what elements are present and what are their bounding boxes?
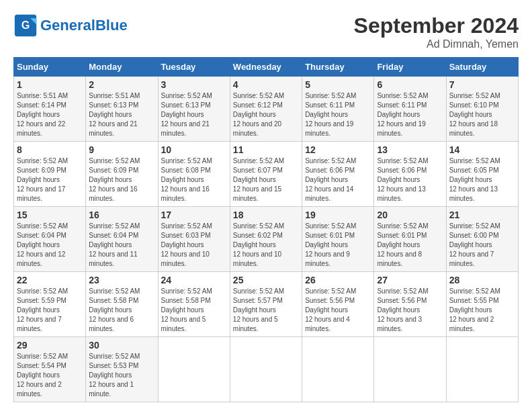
logo-icon: G: [13, 13, 38, 38]
day-info: Sunrise: 5:52 AM Sunset: 5:58 PM Dayligh…: [89, 287, 154, 334]
day-number: 21: [449, 210, 515, 220]
day-info: Sunrise: 5:52 AM Sunset: 5:55 PM Dayligh…: [449, 287, 515, 334]
day-number: 9: [89, 144, 154, 155]
calendar-row: 1 Sunrise: 5:51 AM Sunset: 6:14 PM Dayli…: [14, 77, 519, 142]
day-number: 16: [89, 210, 154, 220]
calendar-cell: 3 Sunrise: 5:52 AM Sunset: 6:13 PM Dayli…: [158, 77, 230, 142]
day-info: Sunrise: 5:52 AM Sunset: 6:01 PM Dayligh…: [377, 222, 443, 269]
calendar-cell: 27 Sunrise: 5:52 AM Sunset: 5:56 PM Dayl…: [374, 272, 446, 337]
day-info: Sunrise: 5:52 AM Sunset: 6:06 PM Dayligh…: [305, 156, 371, 203]
day-info: Sunrise: 5:52 AM Sunset: 6:06 PM Dayligh…: [377, 156, 443, 203]
day-number: 10: [161, 144, 227, 155]
calendar-cell: 8 Sunrise: 5:52 AM Sunset: 6:09 PM Dayli…: [14, 142, 86, 207]
location: Ad Dimnah, Yemen: [354, 38, 519, 50]
day-number: 20: [377, 210, 443, 220]
day-info: Sunrise: 5:52 AM Sunset: 6:00 PM Dayligh…: [449, 222, 515, 269]
day-info: Sunrise: 5:52 AM Sunset: 5:56 PM Dayligh…: [305, 287, 371, 334]
day-number: 28: [449, 275, 515, 285]
day-number: 12: [305, 144, 371, 155]
day-number: 1: [17, 79, 83, 90]
calendar-cell: [302, 337, 374, 402]
day-number: 13: [377, 144, 443, 155]
calendar-cell: 7 Sunrise: 5:52 AM Sunset: 6:10 PM Dayli…: [446, 77, 518, 142]
day-info: Sunrise: 5:52 AM Sunset: 6:04 PM Dayligh…: [17, 222, 83, 269]
calendar-row: 8 Sunrise: 5:52 AM Sunset: 6:09 PM Dayli…: [14, 142, 519, 207]
day-number: 6: [377, 79, 443, 90]
calendar-cell: 28 Sunrise: 5:52 AM Sunset: 5:55 PM Dayl…: [446, 272, 518, 337]
day-number: 17: [161, 210, 227, 220]
day-info: Sunrise: 5:52 AM Sunset: 6:11 PM Dayligh…: [305, 91, 371, 138]
header-thursday: Thursday: [302, 58, 374, 77]
day-number: 22: [17, 275, 83, 285]
calendar-cell: 26 Sunrise: 5:52 AM Sunset: 5:56 PM Dayl…: [302, 272, 374, 337]
day-info: Sunrise: 5:52 AM Sunset: 6:03 PM Dayligh…: [161, 222, 227, 269]
calendar-cell: [230, 337, 302, 402]
calendar-row: 22 Sunrise: 5:52 AM Sunset: 5:59 PM Dayl…: [14, 272, 519, 337]
svg-text:G: G: [21, 19, 30, 31]
calendar-cell: 5 Sunrise: 5:52 AM Sunset: 6:11 PM Dayli…: [302, 77, 374, 142]
calendar-cell: 23 Sunrise: 5:52 AM Sunset: 5:58 PM Dayl…: [86, 272, 158, 337]
day-number: 7: [449, 79, 515, 90]
calendar-cell: 15 Sunrise: 5:52 AM Sunset: 6:04 PM Dayl…: [14, 207, 86, 272]
day-info: Sunrise: 5:52 AM Sunset: 6:13 PM Dayligh…: [161, 91, 227, 138]
day-info: Sunrise: 5:52 AM Sunset: 6:09 PM Dayligh…: [17, 156, 83, 203]
calendar-table: Sunday Monday Tuesday Wednesday Thursday…: [13, 57, 519, 402]
day-info: Sunrise: 5:52 AM Sunset: 6:11 PM Dayligh…: [377, 91, 443, 138]
header-sunday: Sunday: [14, 58, 86, 77]
calendar-cell: 24 Sunrise: 5:52 AM Sunset: 5:58 PM Dayl…: [158, 272, 230, 337]
day-info: Sunrise: 5:51 AM Sunset: 6:13 PM Dayligh…: [89, 91, 154, 138]
day-info: Sunrise: 5:52 AM Sunset: 6:01 PM Dayligh…: [305, 222, 371, 269]
day-info: Sunrise: 5:52 AM Sunset: 5:54 PM Dayligh…: [17, 352, 83, 399]
calendar-cell: 10 Sunrise: 5:52 AM Sunset: 6:08 PM Dayl…: [158, 142, 230, 207]
calendar-cell: 13 Sunrise: 5:52 AM Sunset: 6:06 PM Dayl…: [374, 142, 446, 207]
day-info: Sunrise: 5:52 AM Sunset: 6:02 PM Dayligh…: [233, 222, 299, 269]
day-number: 25: [233, 275, 299, 285]
day-number: 5: [305, 79, 371, 90]
calendar-cell: 17 Sunrise: 5:52 AM Sunset: 6:03 PM Dayl…: [158, 207, 230, 272]
title-block: September 2024 Ad Dimnah, Yemen: [354, 13, 519, 50]
day-number: 19: [305, 210, 371, 220]
day-info: Sunrise: 5:52 AM Sunset: 6:10 PM Dayligh…: [449, 91, 515, 138]
day-number: 2: [89, 79, 154, 90]
day-info: Sunrise: 5:52 AM Sunset: 6:05 PM Dayligh…: [449, 156, 515, 203]
calendar-cell: 19 Sunrise: 5:52 AM Sunset: 6:01 PM Dayl…: [302, 207, 374, 272]
header-wednesday: Wednesday: [230, 58, 302, 77]
calendar-cell: 1 Sunrise: 5:51 AM Sunset: 6:14 PM Dayli…: [14, 77, 86, 142]
calendar-cell: 21 Sunrise: 5:52 AM Sunset: 6:00 PM Dayl…: [446, 207, 518, 272]
calendar-row: 29 Sunrise: 5:52 AM Sunset: 5:54 PM Dayl…: [14, 337, 519, 402]
day-info: Sunrise: 5:52 AM Sunset: 5:58 PM Dayligh…: [161, 287, 227, 334]
calendar-cell: 14 Sunrise: 5:52 AM Sunset: 6:05 PM Dayl…: [446, 142, 518, 207]
day-number: 15: [17, 210, 83, 220]
day-number: 14: [449, 144, 515, 155]
calendar-cell: [158, 337, 230, 402]
day-number: 18: [233, 210, 299, 220]
calendar-cell: 12 Sunrise: 5:52 AM Sunset: 6:06 PM Dayl…: [302, 142, 374, 207]
day-number: 3: [161, 79, 227, 90]
calendar-cell: [374, 337, 446, 402]
day-info: Sunrise: 5:52 AM Sunset: 6:04 PM Dayligh…: [89, 222, 154, 269]
day-number: 29: [17, 340, 83, 351]
page-header: G GeneralBlue September 2024 Ad Dimnah, …: [13, 13, 519, 50]
calendar-cell: 11 Sunrise: 5:52 AM Sunset: 6:07 PM Dayl…: [230, 142, 302, 207]
calendar-cell: 9 Sunrise: 5:52 AM Sunset: 6:09 PM Dayli…: [86, 142, 158, 207]
calendar-cell: 16 Sunrise: 5:52 AM Sunset: 6:04 PM Dayl…: [86, 207, 158, 272]
day-info: Sunrise: 5:52 AM Sunset: 6:07 PM Dayligh…: [233, 156, 299, 203]
header-monday: Monday: [86, 58, 158, 77]
calendar-row: 15 Sunrise: 5:52 AM Sunset: 6:04 PM Dayl…: [14, 207, 519, 272]
day-number: 27: [377, 275, 443, 285]
calendar-cell: 30 Sunrise: 5:52 AM Sunset: 5:53 PM Dayl…: [86, 337, 158, 402]
logo-blue: Blue: [95, 17, 128, 34]
logo: G GeneralBlue: [13, 13, 128, 38]
day-info: Sunrise: 5:52 AM Sunset: 5:56 PM Dayligh…: [377, 287, 443, 334]
calendar-cell: 20 Sunrise: 5:52 AM Sunset: 6:01 PM Dayl…: [374, 207, 446, 272]
day-info: Sunrise: 5:52 AM Sunset: 6:09 PM Dayligh…: [89, 156, 154, 203]
calendar-cell: 22 Sunrise: 5:52 AM Sunset: 5:59 PM Dayl…: [14, 272, 86, 337]
logo-general: General: [40, 17, 95, 34]
calendar-cell: 29 Sunrise: 5:52 AM Sunset: 5:54 PM Dayl…: [14, 337, 86, 402]
header-friday: Friday: [374, 58, 446, 77]
header-row: Sunday Monday Tuesday Wednesday Thursday…: [14, 58, 519, 77]
day-info: Sunrise: 5:52 AM Sunset: 6:12 PM Dayligh…: [233, 91, 299, 138]
day-info: Sunrise: 5:51 AM Sunset: 6:14 PM Dayligh…: [17, 91, 83, 138]
header-saturday: Saturday: [446, 58, 518, 77]
calendar-cell: 6 Sunrise: 5:52 AM Sunset: 6:11 PM Dayli…: [374, 77, 446, 142]
